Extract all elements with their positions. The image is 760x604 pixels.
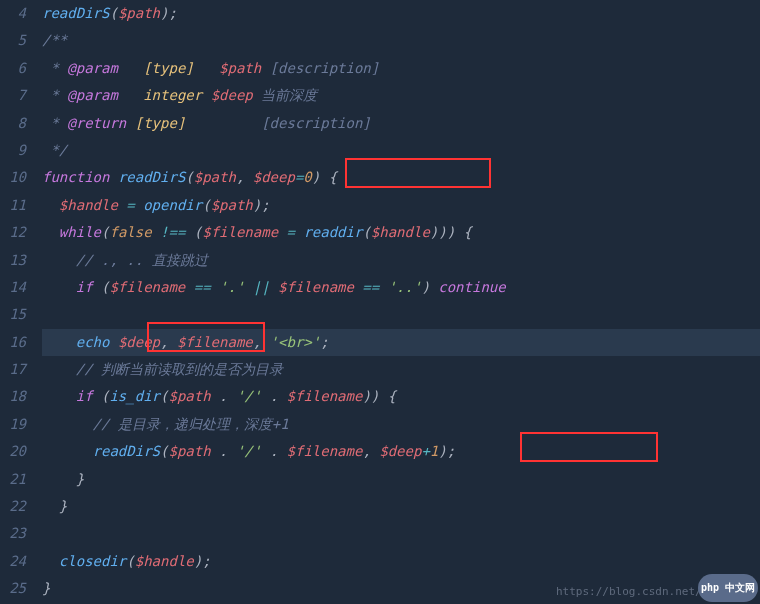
line-number: 10 [6,164,26,191]
code-line[interactable]: if (is_dir($path . '/' . $filename)) { [42,383,760,410]
line-number: 14 [6,274,26,301]
code-line[interactable]: */ [42,137,760,164]
line-number: 4 [6,0,26,27]
code-line[interactable]: /** [42,27,760,54]
line-number: 8 [6,110,26,137]
line-number-gutter: 4 5 6 7 8 9 10 11 12 13 14 15 16 17 18 1… [0,0,38,604]
line-number: 9 [6,137,26,164]
code-line[interactable]: // ., .. 直接跳过 [42,247,760,274]
code-line[interactable]: function readDirS($path, $deep=0) { [42,164,760,191]
code-line[interactable]: // 判断当前读取到的是否为目录 [42,356,760,383]
code-line[interactable]: } [42,466,760,493]
code-content[interactable]: readDirS($path); /** * @param [type] $pa… [38,0,760,604]
line-number: 6 [6,55,26,82]
line-number: 22 [6,493,26,520]
code-line[interactable]: readDirS($path . '/' . $filename, $deep+… [42,438,760,465]
code-line[interactable]: } [42,493,760,520]
code-line[interactable]: readDirS($path); [42,0,760,27]
code-line[interactable]: * @param integer $deep 当前深度 [42,82,760,109]
line-number: 24 [6,548,26,575]
line-number: 17 [6,356,26,383]
line-number: 5 [6,27,26,54]
code-line[interactable] [42,520,760,547]
code-line[interactable]: * @param [type] $path [description] [42,55,760,82]
line-number: 20 [6,438,26,465]
code-line[interactable]: $handle = opendir($path); [42,192,760,219]
line-number: 25 [6,575,26,602]
php-logo: php 中文网 [698,574,758,602]
line-number: 16 [6,329,26,356]
line-number: 12 [6,219,26,246]
code-line[interactable]: while(false !== ($filename = readdir($ha… [42,219,760,246]
line-number: 23 [6,520,26,547]
line-number: 15 [6,301,26,328]
code-line[interactable] [42,301,760,328]
line-number: 7 [6,82,26,109]
code-editor[interactable]: 4 5 6 7 8 9 10 11 12 13 14 15 16 17 18 1… [0,0,760,604]
line-number: 18 [6,383,26,410]
code-line[interactable]: closedir($handle); [42,548,760,575]
code-line[interactable]: * @return [type] [description] [42,110,760,137]
code-line-highlighted[interactable]: echo $deep, $filename, '<br>'; [42,329,760,356]
code-line[interactable]: // 是目录，递归处理，深度+1 [42,411,760,438]
line-number: 19 [6,411,26,438]
code-line[interactable]: if ($filename == '.' || $filename == '..… [42,274,760,301]
line-number: 21 [6,466,26,493]
line-number: 11 [6,192,26,219]
line-number: 13 [6,247,26,274]
